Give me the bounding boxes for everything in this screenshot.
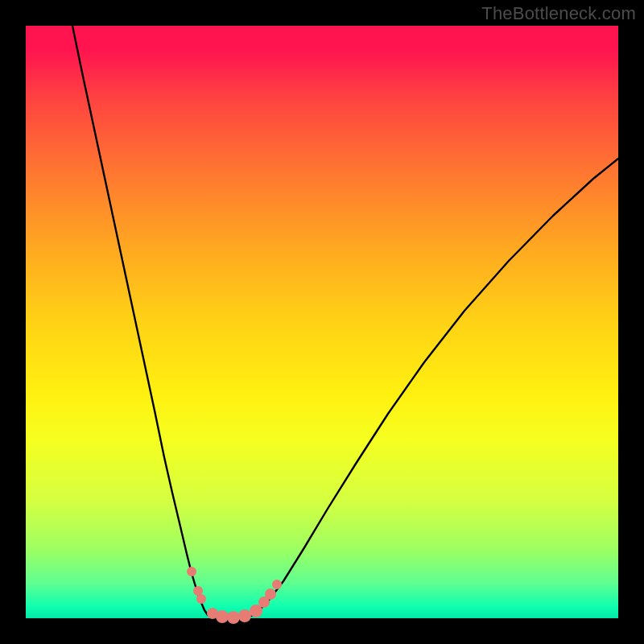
bottleneck-curve bbox=[26, 26, 618, 618]
curve-path bbox=[72, 26, 618, 618]
watermark-text: TheBottleneck.com bbox=[481, 3, 636, 24]
marker-dot bbox=[187, 567, 196, 576]
marker-dot bbox=[216, 610, 229, 623]
chart-plot-area bbox=[26, 26, 618, 618]
marker-dot bbox=[272, 580, 282, 589]
chart-frame: TheBottleneck.com bbox=[0, 0, 644, 644]
marker-dot bbox=[196, 594, 206, 604]
marker-dot bbox=[238, 609, 251, 622]
curve-markers bbox=[187, 567, 282, 624]
marker-dot bbox=[265, 588, 276, 600]
marker-dot bbox=[227, 611, 240, 624]
